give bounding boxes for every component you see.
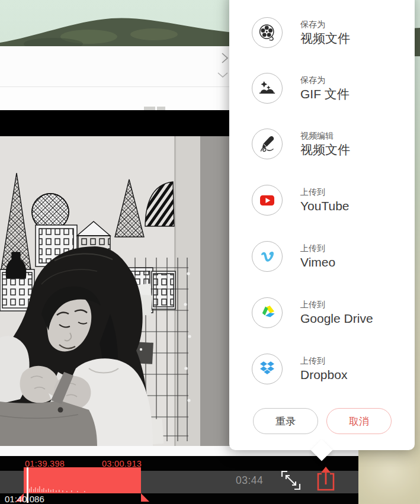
total-duration-label: 03:44	[236, 474, 263, 487]
menu-item-save-video[interactable]: 保存为 视频文件	[252, 17, 350, 48]
film-reel-icon	[252, 17, 283, 48]
menu-item-small-label: 上传到	[300, 355, 347, 367]
menu-item-small-label: 上传到	[300, 243, 335, 254]
menu-item-small-label: 保存为	[300, 75, 350, 86]
popup-buttons: 重录 取消	[253, 408, 392, 434]
chevron-right-icon[interactable]	[220, 52, 230, 64]
youtube-icon	[252, 185, 283, 216]
rerecord-button[interactable]: 重录	[253, 408, 318, 434]
trim-handle-right[interactable]	[141, 493, 149, 502]
menu-item-large-label: Dropbox	[300, 367, 347, 383]
menu-item-upload-vimeo[interactable]: 上传到 Vimeo	[252, 241, 335, 272]
menu-item-save-gif[interactable]: 保存为 GIF 文件	[252, 73, 350, 104]
menu-item-video-edit[interactable]: 视频编辑 视频文件	[252, 129, 350, 159]
chevron-down-icon[interactable]	[217, 72, 229, 79]
menu-item-large-label: YouTube	[300, 198, 350, 214]
share-popup: 保存为 视频文件 保存为 GIF 文件	[229, 0, 415, 450]
google-drive-icon	[252, 297, 283, 328]
timeline-selection[interactable]	[24, 467, 141, 493]
menu-item-small-label: 保存为	[300, 19, 350, 30]
gif-sparkle-landscape-icon	[252, 73, 283, 104]
menu-item-small-label: 视频编辑	[300, 130, 350, 142]
menu-item-large-label: 视频文件	[300, 142, 350, 158]
cancel-button[interactable]: 取消	[326, 408, 392, 434]
menu-item-large-label: Vimeo	[300, 254, 335, 271]
fullscreen-icon[interactable]	[280, 470, 302, 491]
player-control-bar: 01:39.398 03:00.913	[0, 456, 358, 504]
menu-item-upload-youtube[interactable]: 上传到 YouTube	[252, 185, 350, 216]
pencil-scribble-icon	[252, 129, 283, 159]
menu-item-large-label: GIF 文件	[300, 86, 350, 102]
waveform	[24, 467, 141, 493]
current-time-label: 01:40.086	[5, 494, 44, 504]
vimeo-icon	[252, 241, 283, 272]
desktop-watercolor-blob	[355, 445, 420, 504]
menu-item-small-label: 上传到	[300, 187, 350, 198]
menu-item-upload-google-drive[interactable]: 上传到 Google Drive	[252, 297, 373, 328]
menu-item-large-label: 视频文件	[300, 30, 350, 47]
dropbox-icon	[252, 354, 283, 384]
menu-item-small-label: 上传到	[300, 299, 373, 310]
menu-item-large-label: Google Drive	[300, 310, 373, 327]
share-export-icon[interactable]	[316, 465, 336, 492]
menu-item-upload-dropbox[interactable]: 上传到 Dropbox	[252, 354, 347, 384]
screen: 01:39.398 03:00.913	[0, 0, 420, 504]
